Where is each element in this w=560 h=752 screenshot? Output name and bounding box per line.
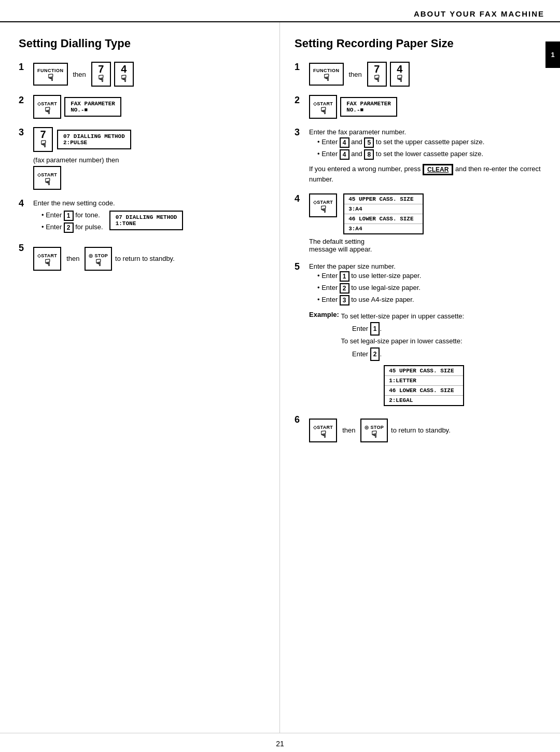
right-step-5-text: Enter the paper size number.	[309, 261, 464, 272]
start-key-r2[interactable]: ◇START ☟	[309, 95, 337, 119]
then-label-5: then	[66, 255, 79, 262]
left-step-4-num: 4	[19, 198, 33, 209]
right-step-3: 3 Enter the fax parameter number. • Ente…	[295, 127, 541, 185]
content-area: Setting Dialling Type 1 FUNCTION ☟ then …	[0, 22, 560, 733]
then-label-r1: then	[349, 71, 362, 78]
function-key[interactable]: FUNCTION ☟	[33, 63, 68, 86]
clear-key[interactable]: CLEAR	[423, 164, 453, 175]
default-setting-note: The default settingmessage will appear.	[309, 238, 424, 253]
fax-param-label: (fax parameter number) then	[33, 156, 131, 164]
right-step-4-content: ◇START ☟ 45 UPPER CASS. SIZE 3:A4 46 LOW…	[309, 193, 424, 253]
start-key-r6[interactable]: ◇START ☟	[309, 419, 337, 442]
right-step-3-text: Enter the fax parameter number.	[309, 127, 541, 137]
right-step-5: 5 Enter the paper size number. • Enter 1…	[295, 261, 541, 406]
right-step-1: 1 FUNCTION ☟ then 7 ☟ 4 ☟	[295, 62, 541, 87]
left-step-3-num: 3	[19, 127, 33, 138]
key-4-right-1[interactable]: 4 ☟	[390, 62, 410, 87]
left-step-2: 2 ◇START ☟ FAX PARAMETER NO.-■	[19, 95, 265, 119]
fax-param-display-r: FAX PARAMETER NO.-■	[340, 97, 397, 117]
bullet-lower: • Enter 4 and 8 to set the lower cassett…	[317, 149, 541, 160]
page-header: ABOUT YOUR FAX MACHINE	[0, 0, 560, 22]
left-step-2-num: 2	[19, 95, 33, 106]
right-step-1-num: 1	[295, 62, 309, 73]
right-step-1-content: FUNCTION ☟ then 7 ☟ 4 ☟	[309, 62, 541, 87]
right-column: Setting Recording Paper Size 1 FUNCTION …	[280, 22, 560, 733]
left-step-4-content: Enter the new setting code. • Enter 1 fo…	[33, 198, 183, 234]
footer-page-num: 21	[276, 740, 284, 748]
right-step-3-num: 3	[295, 127, 309, 138]
left-step-4-text: Enter the new setting code.	[33, 198, 183, 208]
header-title: ABOUT YOUR FAX MACHINE	[414, 9, 544, 18]
bullet-tone: • Enter 1 for tone.	[41, 211, 103, 221]
left-step-1-num: 1	[19, 62, 33, 73]
left-step-5: 5 ◇START ☟ then ◎ STOP ☟ to return to st…	[19, 243, 265, 271]
key-7-right-1[interactable]: 7 ☟	[367, 62, 387, 87]
bullet-upper: • Enter 4 and 5 to set the upper cassett…	[317, 137, 541, 148]
right-step-2: 2 ◇START ☟ FAX PARAMETER NO.-■	[295, 95, 541, 119]
left-step-2-content: ◇START ☟ FAX PARAMETER NO.-■	[33, 95, 265, 119]
left-section-title: Setting Dialling Type	[19, 37, 265, 50]
right-step-2-num: 2	[295, 95, 309, 106]
left-step-3: 3 7 ☟ 07 DIALLING METHOD 2:PULSE (fax pa…	[19, 127, 265, 190]
left-column: Setting Dialling Type 1 FUNCTION ☟ then …	[0, 22, 280, 733]
right-step-3-content: Enter the fax parameter number. • Enter …	[309, 127, 541, 185]
bullet-pulse: • Enter 2 for pulse.	[41, 222, 103, 233]
left-step-4: 4 Enter the new setting code. • Enter 1 …	[19, 198, 265, 234]
then-label-1: then	[73, 71, 86, 78]
wrong-number-note: If you entered a wrong number, press CLE…	[309, 164, 541, 183]
example-size-display: 45 UPPER CASS. SIZE 1:LETTER 46 LOWER CA…	[384, 365, 464, 406]
bullet-a4: • Enter 3 to use A4-size paper.	[317, 295, 464, 305]
right-step-4-num: 4	[295, 193, 309, 204]
right-step-5-content: Enter the paper size number. • Enter 1 t…	[309, 261, 464, 406]
key-4-left-1[interactable]: 4 ☟	[114, 62, 134, 87]
key-1-inline: 1	[64, 211, 74, 221]
right-step-6-content: ◇START ☟ then ◎ STOP ☟ to return to stan…	[309, 419, 451, 442]
right-step-4: 4 ◇START ☟ 45 UPPER CASS. SIZE 3:A4 46 L…	[295, 193, 541, 253]
right-section-title: Setting Recording Paper Size	[295, 37, 541, 50]
key-7-left-3[interactable]: 7 ☟	[33, 127, 53, 152]
start-key-3[interactable]: ◇START ☟	[33, 166, 61, 190]
left-step-1: 1 FUNCTION ☟ then 7 ☟ 4 ☟	[19, 62, 265, 87]
dialling-method-display: 07 DIALLING METHOD 2:PULSE	[57, 130, 131, 149]
function-key-r1[interactable]: FUNCTION ☟	[309, 63, 344, 86]
page: ABOUT YOUR FAX MACHINE 1 Setting Diallin…	[0, 0, 560, 752]
start-key-2[interactable]: ◇START ☟	[33, 95, 61, 119]
left-step-5-num: 5	[19, 243, 33, 254]
right-step-6-num: 6	[295, 414, 309, 425]
bullet-legal: • Enter 2 to use legal-size paper.	[317, 283, 464, 294]
page-number-tab: 1	[545, 41, 560, 68]
page-footer: 21	[0, 733, 560, 752]
standby-label-5: to return to standby.	[115, 254, 175, 264]
right-step-5-num: 5	[295, 261, 309, 272]
tone-method-display: 07 DIALLING METHOD 1:TONE	[109, 211, 184, 230]
left-step-1-content: FUNCTION ☟ then 7 ☟ 4 ☟	[33, 62, 265, 87]
cass-size-display: 45 UPPER CASS. SIZE 3:A4 46 LOWER CASS. …	[343, 193, 424, 234]
fax-param-display: FAX PARAMETER NO.-■	[64, 97, 121, 117]
then-label-r6: then	[342, 426, 355, 434]
key-7-left-1[interactable]: 7 ☟	[91, 62, 111, 87]
standby-label-r6: to return to standby.	[391, 425, 451, 436]
stop-key-r6[interactable]: ◎ STOP ☟	[360, 419, 388, 442]
right-step-2-content: ◇START ☟ FAX PARAMETER NO.-■	[309, 95, 541, 119]
left-step-5-content: ◇START ☟ then ◎ STOP ☟ to return to stan…	[33, 247, 175, 271]
stop-key-5[interactable]: ◎ STOP ☟	[85, 247, 112, 271]
start-key-r4[interactable]: ◇START ☟	[309, 193, 337, 217]
start-key-5[interactable]: ◇START ☟	[33, 247, 61, 271]
right-step-6: 6 ◇START ☟ then ◎ STOP ☟ to return to st…	[295, 414, 541, 442]
example-label: Example:	[309, 311, 341, 318]
key-2-inline: 2	[64, 222, 74, 233]
example-block: To set letter-size paper in upper casset…	[341, 311, 464, 361]
left-step-3-content: 7 ☟ 07 DIALLING METHOD 2:PULSE (fax para…	[33, 127, 131, 190]
bullet-letter: • Enter 1 to use letter-size paper.	[317, 271, 464, 282]
